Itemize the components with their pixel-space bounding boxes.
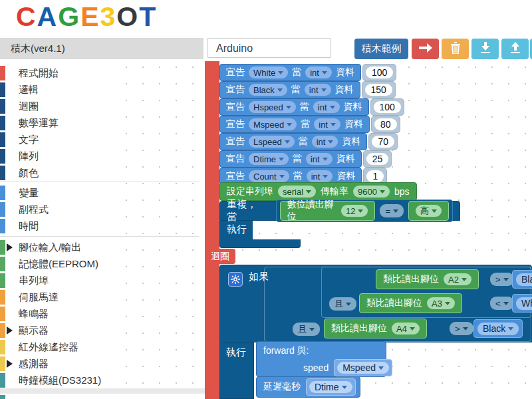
type-dropdown[interactable]: int [305,66,332,78]
var-dropdown[interactable]: Black [249,84,287,96]
number-shadow-block[interactable]: 100 [362,64,396,81]
sidebar-item-math[interactable]: 數學運算 [0,116,203,130]
declare-block[interactable]: 宣告Hspeed當int資料 100 [219,98,404,116]
sidebar-item-label: 文字 [19,132,39,147]
declare-block[interactable]: 宣告Black當int資料 150 [219,81,404,98]
pin-dropdown[interactable]: A2 [444,273,471,285]
var-dropdown[interactable]: Dtime [309,381,352,393]
number-field[interactable]: 100 [374,101,401,113]
operator-dropdown[interactable]: > [450,322,473,335]
type-dropdown[interactable]: int [306,153,332,165]
type-dropdown[interactable]: int [312,136,338,148]
if-block[interactable]: 如果 類比讀出腳位A2 > Black 且 類比讀出腳位A3 < White 且… [219,265,532,399]
forward-block[interactable]: forward 與: speed Mspeed [256,341,386,377]
pin-dropdown[interactable]: A3 [427,297,455,309]
sidebar-item-arrays[interactable]: 陣列 [0,149,203,164]
level-high-block[interactable]: 高 [408,201,449,221]
number-field[interactable]: 80 [374,118,397,130]
digital-read-block[interactable]: 數位讀出腳位12 [280,201,376,221]
var-dropdown[interactable]: Black [477,323,519,335]
sidebar-item-servo[interactable]: 伺服馬達 [0,290,203,305]
var-dropdown[interactable]: Dtime [249,153,289,165]
sidebar-item-procedures[interactable]: 副程式 [0,202,203,217]
type-dropdown[interactable]: int [313,101,340,113]
operator-dropdown[interactable]: > [490,273,514,286]
sidebar-item-color[interactable]: 顏色 [0,166,203,180]
declare-block[interactable]: 宣告Mspeed當int資料 80 [219,116,404,133]
sidebar-item-program-start[interactable]: 程式開始 [0,66,203,80]
sidebar-item-loops[interactable]: 迴圈 [0,99,203,114]
var-dropdown[interactable]: Mspeed [249,118,297,130]
variable-block[interactable]: Black [473,319,523,338]
trash-button[interactable] [442,39,469,59]
and-operator-dropdown[interactable]: 且 [293,323,320,336]
number-shadow-block[interactable]: 70 [368,133,398,150]
upload-button[interactable] [501,39,529,59]
number-shadow-block[interactable]: 80 [371,116,400,133]
app-header: CAGE3OT [0,0,532,38]
operator-dropdown[interactable]: = [380,204,404,217]
number-shadow-block[interactable]: 25 [363,150,392,168]
sidebar-item-variables[interactable]: 變量 [0,186,203,200]
analog-read-block[interactable]: 類比讀出腳位A2 [376,269,479,289]
loop-section-label[interactable]: 迴圈 [205,249,235,264]
sidebar-item-eeprom[interactable]: 記憶體(EEPROM) [0,257,203,271]
analog-read-block[interactable]: 類比讀出腳位A3 [359,293,462,313]
var-dropdown[interactable]: White [516,297,532,310]
sidebar-item-buzzer[interactable]: 蜂鳴器 [0,307,203,321]
sidebar-item-serial[interactable]: 串列埠 [0,273,203,288]
variable-block[interactable]: Black [512,270,532,289]
declare-block[interactable]: 宣告White當int資料 100 [219,64,404,81]
mutator-gear-icon[interactable] [228,272,243,287]
var-dropdown[interactable]: White [249,66,288,78]
level-dropdown[interactable]: 高 [416,205,442,217]
sidebar-item-partial[interactable] [0,395,203,399]
var-dropdown[interactable]: Count [249,170,289,182]
var-dropdown[interactable]: Hspeed [249,101,296,113]
download-button[interactable] [471,39,499,59]
delay-block[interactable]: 延遲毫秒 Dtime [256,376,360,398]
variable-block[interactable]: Mspeed [334,359,392,376]
declare-block[interactable]: 宣告Lspeed當int資料 70 [219,133,404,150]
program-start-block-spine[interactable] [205,61,219,399]
sidebar-item-ir-remote[interactable]: 紅外線遙控器 [0,340,203,354]
sidebar-item-label: 串列埠 [19,273,49,288]
sidebar-item-sensors[interactable]: 感測器 [0,356,203,371]
variable-block[interactable]: White [512,294,532,313]
var-dropdown[interactable]: Mspeed [337,362,389,374]
declare-block[interactable]: 宣告Dtime當int資料 25 [219,150,404,168]
type-dropdown[interactable]: int [307,170,333,182]
sidebar-item-rtc[interactable]: 時鐘模組(DS3231) [0,373,203,388]
number-field[interactable]: 25 [366,153,389,165]
number-shadow-block[interactable]: 150 [362,81,396,98]
type-dropdown[interactable]: int [305,84,331,96]
blockly-workspace[interactable]: 程式開始 邏輯 迴圈 數學運算 文字 陣列 顏色 變量 副程式 時間 腳位輸入/… [0,59,532,399]
variable-block[interactable]: Dtime [306,378,356,396]
baud-dropdown[interactable]: 9600 [353,186,390,198]
sidebar-item-display[interactable]: 顯示器 [0,323,203,338]
sidebar-item-text[interactable]: 文字 [0,132,203,147]
serial-port-dropdown[interactable]: serial [278,186,316,198]
tab-blocks-ver[interactable]: 積木(ver4.1) [0,38,203,59]
sidebar-item-logic[interactable]: 邏輯 [0,82,203,97]
number-field[interactable]: 1 [366,170,384,182]
analog-read-block[interactable]: 類比讀出腳位A4 [324,319,427,338]
operator-dropdown[interactable]: < [490,297,514,310]
pin-dropdown[interactable]: 12 [341,205,368,217]
compare-block[interactable]: 數位讀出腳位12 = 高 [276,200,453,222]
number-field[interactable]: 150 [365,84,392,96]
var-dropdown[interactable]: Black [516,273,532,286]
var-dropdown[interactable]: Lspeed [249,136,295,148]
number-field[interactable]: 70 [372,136,394,148]
run-arrow-button[interactable] [412,39,439,59]
repeat-while-block[interactable]: 重複，當 數位讀出腳位12 = 高 執行 [219,201,460,248]
pin-dropdown[interactable]: A4 [392,323,420,334]
examples-button[interactable]: 積木範例 [354,39,408,59]
sidebar-item-time[interactable]: 時間 [0,219,203,233]
and-operator-dropdown[interactable]: 且 [329,297,356,311]
code-view-select[interactable]: Arduino [207,38,331,58]
number-shadow-block[interactable]: 100 [370,98,404,116]
type-dropdown[interactable]: int [314,118,340,130]
number-field[interactable]: 100 [366,66,393,78]
sidebar-item-pin-io[interactable]: 腳位輸入/輸出 [0,240,203,255]
